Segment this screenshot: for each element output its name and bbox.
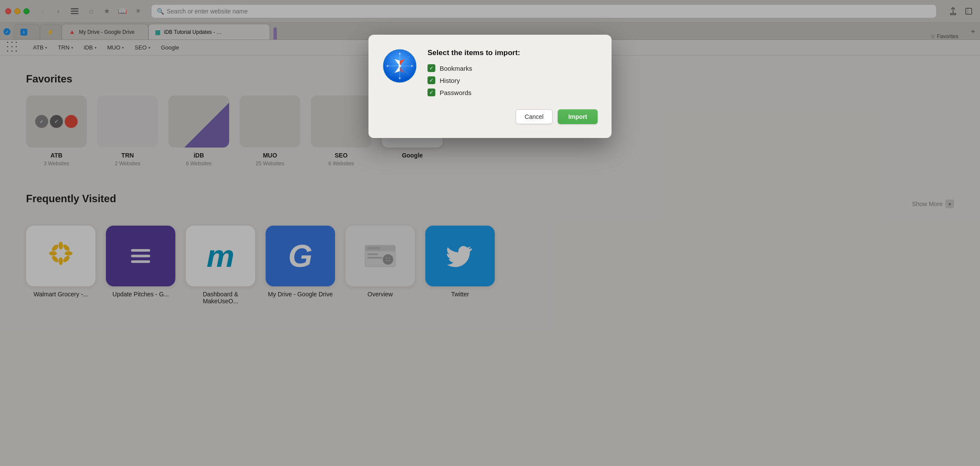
cancel-button[interactable]: Cancel: [516, 109, 553, 124]
history-label: History: [440, 77, 460, 84]
svg-point-31: [399, 77, 401, 79]
checkbox-bookmarks[interactable]: ✓ Bookmarks: [428, 64, 598, 72]
passwords-checkbox[interactable]: ✓: [428, 89, 435, 96]
import-button[interactable]: Import: [558, 109, 598, 124]
svg-point-30: [399, 53, 401, 55]
checkbox-passwords[interactable]: ✓ Passwords: [428, 89, 598, 96]
modal-body: Select the items to import: ✓ Bookmarks …: [382, 49, 598, 101]
bookmarks-checkbox[interactable]: ✓: [428, 64, 435, 72]
modal-overlay: Select the items to import: ✓ Bookmarks …: [0, 0, 980, 466]
modal-footer: Cancel Import: [382, 109, 598, 124]
bookmarks-label: Bookmarks: [440, 65, 472, 72]
import-modal: Select the items to import: ✓ Bookmarks …: [368, 35, 612, 138]
modal-title: Select the items to import:: [428, 49, 598, 57]
modal-content: Select the items to import: ✓ Bookmarks …: [428, 49, 598, 101]
svg-point-32: [387, 65, 388, 67]
safari-icon: [382, 49, 417, 101]
passwords-label: Passwords: [440, 89, 471, 96]
svg-point-38: [398, 65, 401, 67]
svg-point-33: [411, 65, 413, 67]
checkbox-history[interactable]: ✓ History: [428, 76, 598, 84]
history-checkbox[interactable]: ✓: [428, 76, 435, 84]
